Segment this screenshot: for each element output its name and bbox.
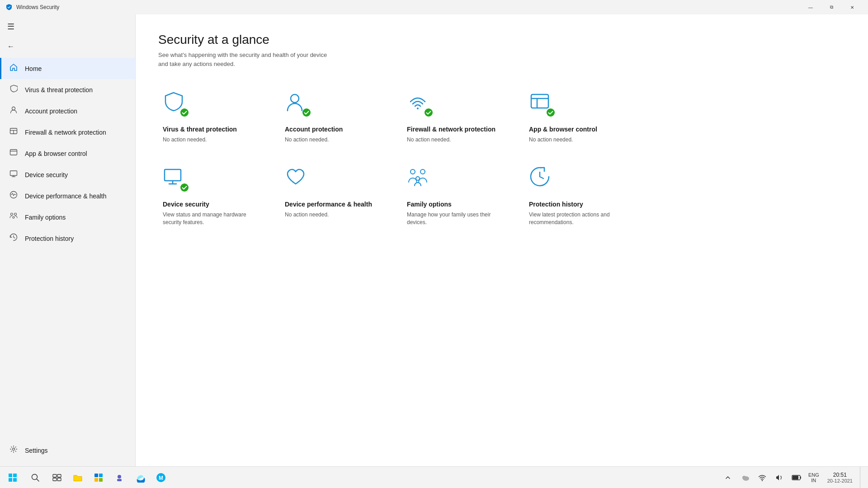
svg-line-35 xyxy=(37,479,39,481)
edge-button[interactable] xyxy=(130,468,150,488)
svg-rect-43 xyxy=(99,478,103,482)
sidebar-item-history[interactable]: Protection history xyxy=(0,228,135,249)
cards-grid: Virus & threat protection No action need… xyxy=(158,86,845,231)
app-browser-check-badge xyxy=(546,108,555,117)
account-check-badge xyxy=(302,108,311,117)
virus-card[interactable]: Virus & threat protection No action need… xyxy=(158,86,262,148)
svg-point-49 xyxy=(742,476,746,479)
virus-icon xyxy=(9,84,19,95)
account-card[interactable]: Account protection No action needed. xyxy=(280,86,384,148)
start-button[interactable] xyxy=(2,467,24,488)
svg-rect-4 xyxy=(10,150,17,155)
svg-point-28 xyxy=(420,169,425,174)
settings-icon xyxy=(9,445,19,455)
network-icon[interactable] xyxy=(754,467,770,488)
sidebar-item-device-security-label: Device security xyxy=(25,171,68,178)
clock[interactable]: 20:51 20-12-2021 xyxy=(823,472,857,483)
wifi-tray-icon xyxy=(758,474,766,482)
app-browser-icon xyxy=(9,148,19,159)
device-health-card[interactable]: Device performance & health No action ne… xyxy=(280,161,384,230)
close-button[interactable]: ✕ xyxy=(842,0,863,14)
back-button[interactable]: ← xyxy=(0,39,135,54)
svg-point-17 xyxy=(417,108,419,109)
svg-rect-30 xyxy=(9,474,12,477)
tray-overflow-button[interactable] xyxy=(720,467,736,488)
check-icon xyxy=(180,183,189,192)
show-desktop-button[interactable] xyxy=(860,467,863,488)
app-browser-card-icon-wrap xyxy=(529,91,556,118)
search-button[interactable] xyxy=(24,467,46,488)
titlebar: Windows Security — ⧉ ✕ xyxy=(0,0,868,14)
device-health-card-icon xyxy=(285,166,307,188)
minimize-button[interactable]: — xyxy=(800,0,821,14)
weather-icon[interactable] xyxy=(737,467,753,488)
svg-rect-32 xyxy=(9,478,12,482)
battery-tray-icon xyxy=(792,474,802,481)
device-security-card-icon-wrap xyxy=(163,166,190,193)
page-title: Security at a glance xyxy=(158,33,845,47)
svg-rect-45 xyxy=(117,479,122,481)
family-card-icon xyxy=(407,166,429,188)
account-card-icon-wrap xyxy=(285,91,312,118)
hamburger-button[interactable]: ☰ xyxy=(0,18,135,39)
virus-card-desc: No action needed. xyxy=(163,136,258,144)
device-health-icon xyxy=(9,191,19,201)
store-icon xyxy=(94,473,103,482)
device-security-card-title: Device security xyxy=(163,200,258,209)
virus-card-title: Virus & threat protection xyxy=(163,125,258,134)
app-title: Windows Security xyxy=(16,4,59,10)
sidebar-item-settings[interactable]: Settings xyxy=(0,440,135,461)
lang-line1: ENG xyxy=(808,472,819,478)
svg-point-29 xyxy=(416,177,420,180)
history-card-icon-wrap xyxy=(529,166,556,193)
history-icon xyxy=(9,233,19,244)
svg-text:M: M xyxy=(159,475,163,481)
svg-point-10 xyxy=(11,213,13,216)
check-icon xyxy=(180,108,189,117)
sidebar-item-firewall[interactable]: Firewall & network protection xyxy=(0,122,135,143)
restore-button[interactable]: ⧉ xyxy=(821,0,842,14)
svg-rect-19 xyxy=(531,94,548,108)
sidebar-item-device-health-label: Device performance & health xyxy=(25,192,107,200)
app-browser-card[interactable]: App & browser control No action needed. xyxy=(524,86,628,148)
home-icon xyxy=(9,63,19,74)
history-card-desc: View latest protection actions and recom… xyxy=(529,211,624,226)
store-button[interactable] xyxy=(89,468,108,488)
device-security-card[interactable]: Device security View status and manage h… xyxy=(158,161,262,230)
sidebar-item-virus[interactable]: Virus & threat protection xyxy=(0,79,135,100)
check-icon xyxy=(424,108,433,117)
firewall-check-badge xyxy=(424,108,433,117)
volume-icon[interactable] xyxy=(771,467,788,488)
family-card[interactable]: Family options Manage how your family us… xyxy=(402,161,506,230)
svg-rect-52 xyxy=(800,476,801,479)
family-card-icon-wrap xyxy=(407,166,434,193)
malwarebytes-button[interactable]: M xyxy=(151,468,171,488)
sidebar-item-home[interactable]: Home xyxy=(0,58,135,79)
sidebar-item-account[interactable]: Account protection xyxy=(0,100,135,122)
sidebar-item-device-health[interactable]: Device performance & health xyxy=(0,185,135,206)
teams-button[interactable] xyxy=(109,468,129,488)
language-indicator[interactable]: ENG IN xyxy=(806,472,822,483)
titlebar-controls: — ⧉ ✕ xyxy=(800,0,863,14)
account-card-title: Account protection xyxy=(285,125,380,134)
firewall-card[interactable]: Firewall & network protection No action … xyxy=(402,86,506,148)
svg-point-0 xyxy=(12,107,15,110)
battery-icon[interactable] xyxy=(788,467,805,488)
svg-point-26 xyxy=(180,183,189,192)
sidebar-item-device-security[interactable]: Device security xyxy=(0,164,135,185)
task-view-button[interactable] xyxy=(47,468,67,488)
sidebar-item-app-browser[interactable]: App & browser control xyxy=(0,143,135,164)
svg-rect-42 xyxy=(94,478,98,482)
sidebar-item-family[interactable]: Family options xyxy=(0,206,135,228)
history-card-icon xyxy=(529,166,551,188)
svg-point-22 xyxy=(547,108,555,117)
task-view-icon xyxy=(52,473,61,482)
file-explorer-icon xyxy=(73,473,83,482)
file-explorer-button[interactable] xyxy=(68,468,88,488)
hamburger-icon: ☰ xyxy=(7,22,14,31)
sidebar-item-home-label: Home xyxy=(25,65,42,72)
page-subtitle: See what's happening with the security a… xyxy=(158,51,845,68)
history-card[interactable]: Protection history View latest protectio… xyxy=(524,161,628,230)
device-health-card-icon-wrap xyxy=(285,166,312,193)
clock-time: 20:51 xyxy=(833,472,847,478)
